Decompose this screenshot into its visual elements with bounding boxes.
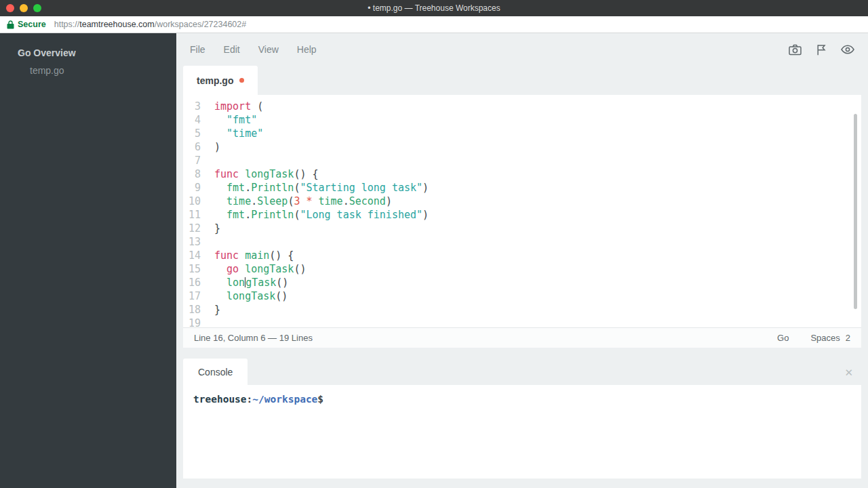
close-button[interactable] bbox=[6, 4, 14, 12]
code-text: func longTask() { bbox=[201, 167, 319, 181]
editor-scrollbar[interactable] bbox=[854, 114, 857, 309]
browser-window: • temp.go — Treehouse Workspaces Secure … bbox=[0, 0, 868, 488]
code-text: "fmt" bbox=[201, 113, 257, 127]
menu-edit[interactable]: Edit bbox=[224, 44, 240, 55]
back-chevron-icon: ‹ bbox=[0, 45, 18, 60]
url-bar[interactable]: Secure https://teamtreehouse.com/workspa… bbox=[0, 16, 868, 33]
editor-status-bar: Line 16, Column 6 — 19 Lines Go Spaces2 bbox=[183, 327, 861, 348]
code-line[interactable]: 4 "fmt" bbox=[183, 113, 861, 127]
code-line[interactable]: 19 bbox=[183, 317, 861, 327]
code-text: fmt.Println("Long task finished") bbox=[201, 208, 429, 222]
code-text bbox=[201, 317, 214, 327]
line-number: 6 bbox=[183, 140, 201, 154]
code-line[interactable]: 14func main() { bbox=[183, 249, 861, 262]
code-text: "time" bbox=[201, 127, 263, 140]
indent-label: Spaces bbox=[810, 333, 840, 343]
menu-bar: File Edit View Help bbox=[176, 33, 868, 66]
sidebar-item-label: temp.go bbox=[30, 65, 64, 76]
code-line[interactable]: 8func longTask() { bbox=[183, 167, 861, 181]
console-tab-bar: Console ✕ bbox=[183, 359, 861, 385]
line-number: 19 bbox=[183, 317, 201, 327]
editor-tab-bar: temp.go bbox=[183, 66, 861, 95]
tab-console[interactable]: Console bbox=[183, 359, 248, 385]
console-terminal[interactable]: treehouse:~/workspace$ bbox=[183, 385, 861, 479]
address-input[interactable]: https://teamtreehouse.com/workspaces/272… bbox=[54, 20, 247, 29]
line-number: 10 bbox=[183, 195, 201, 208]
line-number: 16 bbox=[183, 276, 201, 289]
line-number: 13 bbox=[183, 235, 201, 249]
code-text bbox=[201, 235, 214, 249]
prompt-user: treehouse bbox=[193, 394, 247, 405]
code-line[interactable]: 7 bbox=[183, 154, 861, 167]
code-line[interactable]: 15 go longTask() bbox=[183, 262, 861, 276]
prompt-path: ~/workspace bbox=[252, 394, 317, 405]
code-text bbox=[201, 154, 214, 167]
line-number: 7 bbox=[183, 154, 201, 167]
code-text: longTask() bbox=[201, 289, 288, 303]
indent-value: 2 bbox=[846, 333, 850, 343]
code-line[interactable]: 11 fmt.Println("Long task finished") bbox=[183, 208, 861, 222]
code-area: 3import (4 "fmt"5 "time"6)78func longTas… bbox=[183, 100, 861, 327]
line-number: 3 bbox=[183, 100, 201, 113]
sidebar-item-temp-go[interactable]: temp.go bbox=[0, 62, 176, 79]
console-tab-label: Console bbox=[198, 367, 233, 378]
sidebar-item-go-overview[interactable]: ‹ Go Overview bbox=[0, 44, 176, 62]
zoom-button[interactable] bbox=[33, 4, 41, 12]
code-text: go longTask() bbox=[201, 262, 306, 276]
unsaved-dot-icon bbox=[239, 78, 244, 83]
line-number: 11 bbox=[183, 208, 201, 222]
traffic-lights bbox=[0, 4, 41, 12]
code-text: fmt.Println("Starting long task") bbox=[201, 181, 429, 195]
eye-icon[interactable] bbox=[841, 45, 854, 54]
menu-view[interactable]: View bbox=[258, 44, 279, 55]
tab-temp-go[interactable]: temp.go bbox=[183, 66, 258, 95]
line-number: 9 bbox=[183, 181, 201, 195]
file-sidebar: ‹ Go Overview temp.go bbox=[0, 33, 176, 488]
code-line[interactable]: 9 fmt.Println("Starting long task") bbox=[183, 181, 861, 195]
close-icon[interactable]: ✕ bbox=[844, 367, 853, 377]
code-line[interactable]: 17 longTask() bbox=[183, 289, 861, 303]
code-text: } bbox=[201, 303, 220, 317]
panel-gap bbox=[176, 348, 868, 359]
sidebar-item-label: Go Overview bbox=[18, 47, 76, 58]
code-line[interactable]: 10 time.Sleep(3 * time.Second) bbox=[183, 195, 861, 208]
url-domain: teamtreehouse.com bbox=[79, 20, 154, 29]
code-text: time.Sleep(3 * time.Second) bbox=[201, 195, 392, 208]
code-line[interactable]: 16 longTask() bbox=[183, 276, 861, 289]
code-text: ) bbox=[201, 140, 220, 154]
code-text: func main() { bbox=[201, 249, 294, 262]
line-number: 14 bbox=[183, 249, 201, 262]
title-bar: • temp.go — Treehouse Workspaces bbox=[0, 0, 868, 16]
code-line[interactable]: 5 "time" bbox=[183, 127, 861, 140]
camera-icon[interactable] bbox=[789, 44, 802, 56]
flag-icon[interactable] bbox=[816, 44, 826, 56]
code-line[interactable]: 13 bbox=[183, 235, 861, 249]
code-line[interactable]: 12} bbox=[183, 222, 861, 235]
code-text: longTask() bbox=[201, 276, 288, 289]
menu-help[interactable]: Help bbox=[297, 44, 317, 55]
url-scheme: https:// bbox=[54, 20, 80, 29]
prompt-symbol: $ bbox=[317, 394, 323, 405]
line-number: 12 bbox=[183, 222, 201, 235]
syntax-mode-selector[interactable]: Go bbox=[777, 333, 789, 343]
window-title: • temp.go — Treehouse Workspaces bbox=[0, 3, 868, 13]
code-text: import ( bbox=[201, 100, 263, 113]
line-number: 5 bbox=[183, 127, 201, 140]
indentation-selector[interactable]: Spaces2 bbox=[810, 333, 850, 343]
secure-label: Secure bbox=[18, 20, 46, 29]
line-number: 17 bbox=[183, 289, 201, 303]
minimize-button[interactable] bbox=[20, 4, 28, 12]
prompt-separator: : bbox=[247, 394, 253, 405]
line-number: 15 bbox=[183, 262, 201, 276]
code-line[interactable]: 6) bbox=[183, 140, 861, 154]
code-line[interactable]: 18} bbox=[183, 303, 861, 317]
code-line[interactable]: 3import ( bbox=[183, 100, 861, 113]
cursor-position-status: Line 16, Column 6 — 19 Lines bbox=[194, 333, 777, 343]
url-path: /workspaces/27234602# bbox=[155, 20, 247, 29]
toolbar-icons bbox=[789, 44, 854, 56]
lock-icon bbox=[7, 20, 14, 29]
line-number: 8 bbox=[183, 167, 201, 181]
code-editor[interactable]: 3import (4 "fmt"5 "time"6)78func longTas… bbox=[183, 95, 861, 327]
menu-file[interactable]: File bbox=[190, 44, 205, 55]
line-number: 4 bbox=[183, 113, 201, 127]
